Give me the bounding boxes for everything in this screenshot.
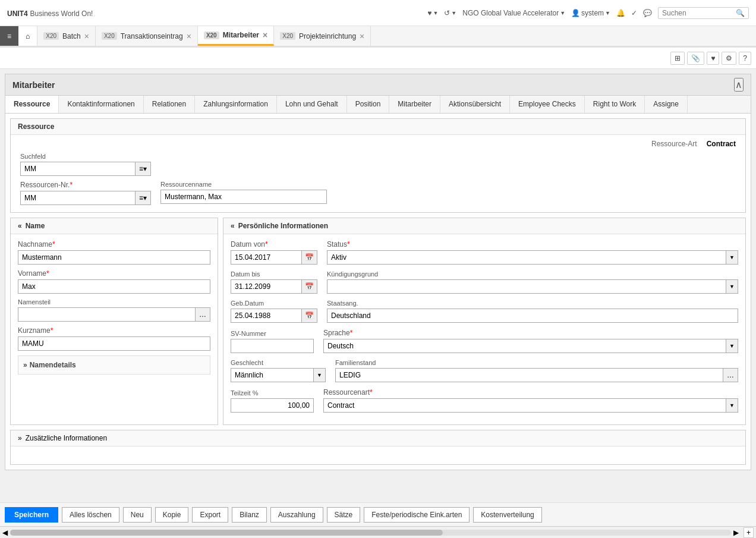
staatsang-input[interactable] [327, 309, 738, 323]
tab-projekteinrichtung[interactable]: X20 Projekteinrichtung × [274, 26, 371, 46]
sprache-select[interactable]: Deutsch [323, 339, 726, 353]
tab-zahlungsinformation[interactable]: Zahlungsinformation [195, 96, 277, 113]
ressourcenart-label: Ressourcenart* [323, 388, 738, 397]
ressourcenart-select[interactable]: Contract [323, 398, 726, 413]
kosten-button[interactable]: Kostenverteilung [473, 507, 541, 523]
tab-position[interactable]: Position [347, 96, 390, 113]
history-icon: ↺ [444, 9, 450, 17]
list-select-icon: ≡▾ [139, 165, 147, 173]
nachname-required: * [52, 240, 55, 248]
tab-batch-close[interactable]: × [84, 32, 89, 40]
chat-button[interactable]: 💬 [643, 9, 652, 17]
familienstand-extra-btn[interactable]: … [723, 368, 738, 382]
geb-datum-input[interactable] [231, 309, 302, 323]
bilanz-button[interactable]: Bilanz [232, 507, 267, 523]
tab-relationen[interactable]: Relationen [144, 96, 195, 113]
tab-mitarbeiter-close[interactable]: × [263, 31, 267, 39]
scroll-right-arrow[interactable]: ▶ [733, 528, 739, 537]
staatsang-label: Staatsang. [327, 300, 738, 307]
user-menu-button[interactable]: 👤 system ▼ [571, 9, 610, 17]
scroll-track[interactable] [10, 530, 731, 536]
tab-transaktion-badge: X20 [102, 32, 117, 40]
check-button[interactable]: ✓ [631, 9, 637, 17]
panel-collapse-button[interactable]: ∧ [734, 78, 744, 92]
search-input[interactable] [662, 9, 733, 17]
search-box[interactable]: 🔍 [658, 7, 749, 19]
feste-button[interactable]: Feste/periodische Eink.arten [364, 507, 470, 523]
save-button[interactable]: Speichern [5, 507, 58, 523]
ressourcenname-input[interactable] [160, 190, 327, 204]
ressourcen-nr-select-btn[interactable]: ≡▾ [136, 191, 151, 205]
saetze-button[interactable]: Sätze [327, 507, 361, 523]
tab-assigne[interactable]: Assigne [645, 96, 688, 113]
hamburger-menu-button[interactable]: ≡ [0, 26, 18, 46]
logo-unit4: UNIT4 [7, 10, 28, 18]
attachment-button[interactable]: 📎 [687, 52, 704, 65]
vorname-label: Vorname* [18, 269, 210, 278]
favorites-chevron: ▼ [433, 10, 438, 16]
layout-button[interactable]: ⊞ [670, 52, 685, 65]
clear-button[interactable]: Alles löschen [62, 507, 119, 523]
namensteil-extra-btn[interactable]: … [196, 307, 210, 322]
sv-nummer-input[interactable] [231, 339, 314, 353]
tab-transaktion-close[interactable]: × [187, 32, 191, 40]
notification-button[interactable]: 🔔 [616, 9, 625, 17]
zusatz-toggle-icon[interactable]: » [18, 434, 22, 442]
horizontal-scrollbar[interactable]: ◀ ▶ + [0, 526, 756, 538]
tab-transaktion[interactable]: X20 Transaktionseintrag × [96, 26, 198, 46]
tab-mitarbeiter[interactable]: X20 Mitarbeiter × [198, 26, 274, 46]
org-selector[interactable]: NGO Global Value Accelerator ▼ [462, 9, 565, 17]
favorites-button[interactable]: ♥ ▼ [427, 9, 438, 17]
datum-bis-input[interactable] [231, 279, 302, 294]
home-tab[interactable]: ⌂ [18, 26, 37, 46]
namendetails-toggle[interactable]: » Namendetails [23, 361, 205, 369]
tab-aktionsuebersicht-label: Aktionsübersicht [449, 100, 501, 108]
familienstand-input[interactable] [335, 368, 723, 382]
nachname-group: Nachname* [18, 240, 210, 265]
suchfeld-select-btn[interactable]: ≡▾ [136, 162, 151, 176]
nachname-input[interactable] [18, 250, 210, 265]
geb-datum-wrap: 📅 [231, 309, 317, 323]
tab-kontaktinformationen[interactable]: Kontaktinformationen [59, 96, 143, 113]
geb-datum-cal-btn[interactable]: 📅 [302, 309, 317, 323]
tab-right-to-work[interactable]: Right to Work [585, 96, 645, 113]
export-button[interactable]: Export [192, 507, 228, 523]
tab-lohn-gehalt[interactable]: Lohn und Gehalt [277, 96, 347, 113]
tab-batch[interactable]: X20 Batch × [37, 26, 96, 46]
suchfeld-input[interactable] [20, 162, 136, 176]
vorname-input[interactable] [18, 279, 210, 294]
panel-header: Mitarbeiter ∧ [5, 74, 751, 96]
user-chevron: ▼ [605, 10, 610, 16]
tab-aktionsuebersicht[interactable]: Aktionsübersicht [440, 96, 510, 113]
tab-employee-checks[interactable]: Employee Checks [510, 96, 585, 113]
calendar-icon-3: 📅 [305, 312, 314, 320]
ressource-art-label: Ressource-Art [651, 140, 697, 148]
teilzeit-input[interactable] [231, 398, 314, 413]
kurzname-input[interactable] [18, 336, 210, 351]
new-button[interactable]: Neu [123, 507, 152, 523]
add-column-btn[interactable]: + [744, 527, 754, 538]
status-select[interactable]: Aktiv [327, 250, 726, 265]
namensteil-input[interactable] [18, 307, 196, 322]
scroll-thumb[interactable] [10, 530, 443, 536]
tab-ressource[interactable]: Ressource [5, 96, 59, 114]
favorite-button[interactable]: ♥ [707, 52, 719, 65]
kuendigungsgrund-select[interactable] [327, 279, 726, 294]
name-section-toggle-icon[interactable]: « [18, 222, 22, 230]
settings-icon: ⚙ [726, 54, 732, 62]
history-button[interactable]: ↺ ▼ [444, 9, 456, 17]
geschlecht-select[interactable]: Männlich [231, 368, 314, 382]
settings-button[interactable]: ⚙ [722, 52, 736, 65]
datum-von-cal-btn[interactable]: 📅 [302, 250, 317, 265]
tab-mitarbeiter-inner[interactable]: Mitarbeiter [389, 96, 440, 113]
tab-projekteinrichtung-close[interactable]: × [360, 32, 364, 40]
ressourcenart-dropdown-arrow: ▼ [726, 398, 738, 413]
auszahlung-button[interactable]: Auszahlung [270, 507, 323, 523]
ressourcen-nr-input[interactable] [20, 191, 136, 205]
help-button[interactable]: ? [739, 52, 751, 65]
copy-button[interactable]: Kopie [155, 507, 189, 523]
scroll-left-arrow[interactable]: ◀ [2, 528, 8, 537]
datum-bis-cal-btn[interactable]: 📅 [302, 279, 317, 294]
personal-toggle-icon[interactable]: « [231, 222, 235, 230]
datum-von-input[interactable] [231, 250, 302, 265]
